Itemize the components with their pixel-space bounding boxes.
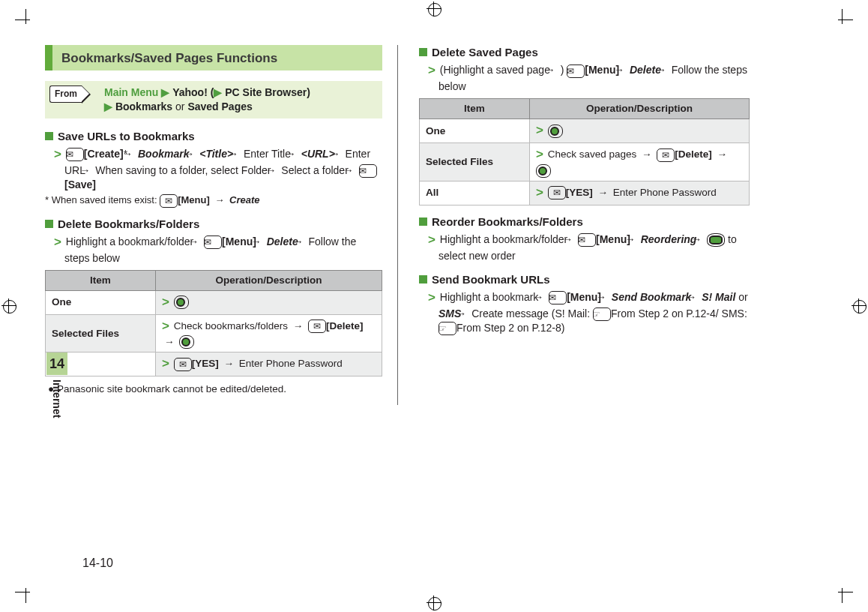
square-bullet-icon xyxy=(45,220,53,228)
crop-mark xyxy=(10,4,30,24)
right-column: Delete Saved Pages > (Highlight a saved … xyxy=(397,45,765,405)
page-number: 14-10 xyxy=(82,555,113,572)
section-delete-bookmarks: Delete Bookmarks/Folders > Highlight a b… xyxy=(45,217,382,397)
center-key-icon xyxy=(548,124,563,138)
procedure-step: > Highlight a bookmark/folder → [Menu] →… xyxy=(51,234,382,266)
mail-key-icon xyxy=(657,148,675,162)
procedure-step: > (Highlight a saved page → ) [Menu] → D… xyxy=(425,62,750,94)
section-save-urls: Save URLs to Bookmarks > [Create]* → Boo… xyxy=(45,129,382,208)
square-bullet-icon xyxy=(419,48,427,56)
mail-key-icon xyxy=(567,64,585,78)
square-bullet-icon xyxy=(45,132,53,140)
title-accent xyxy=(45,45,52,70)
mail-key-icon xyxy=(359,164,377,178)
mail-key-icon xyxy=(174,358,192,371)
section-reorder: Reorder Bookmarks/Folders > Highlight a … xyxy=(419,214,750,263)
chevron-icon: > xyxy=(428,63,435,77)
chapter-tab: 14 Internet xyxy=(46,352,67,422)
section-send-bookmark: Send Bookmark URLs > Highlight a bookmar… xyxy=(419,272,750,336)
center-key-icon xyxy=(179,335,194,349)
crop-mark xyxy=(838,588,858,608)
triangle-icon: ▶ xyxy=(104,100,112,112)
section-delete-saved: Delete Saved Pages > (Highlight a saved … xyxy=(419,45,750,206)
mail-key-icon xyxy=(160,194,178,208)
nav-key-icon xyxy=(707,233,725,247)
mail-key-icon xyxy=(548,186,566,200)
chapter-number: 14 xyxy=(46,352,67,375)
procedure-step: > [Create]* → Bookmark → <Title> → Enter… xyxy=(51,146,382,192)
crop-mark xyxy=(10,588,30,608)
table-row: Selected Files > Check bookmarks/folders… xyxy=(46,314,382,352)
table-row: Selected Files > Check saved pages → [De… xyxy=(420,143,750,181)
table-row: All > [YES] → Enter Phone Password xyxy=(420,181,750,205)
square-bullet-icon xyxy=(419,218,427,226)
mail-key-icon xyxy=(204,236,222,249)
left-column: Bookmarks/Saved Pages Functions From Mai… xyxy=(45,45,397,405)
triangle-icon: ▶ xyxy=(161,86,169,98)
center-key-icon xyxy=(536,164,551,178)
square-bullet-icon xyxy=(419,275,427,284)
procedure-step: > Highlight a bookmark → [Menu] → Send B… xyxy=(425,290,750,336)
mail-key-icon xyxy=(578,233,596,247)
from-tag: From xyxy=(49,86,82,103)
crop-mark xyxy=(838,4,858,24)
chevron-icon: > xyxy=(428,232,435,247)
navigation-path: From Main Menu ▶ Yahoo! (▶ PC Site Brows… xyxy=(45,81,382,118)
chevron-icon: > xyxy=(54,235,61,249)
registration-mark xyxy=(424,592,444,612)
chevron-icon: > xyxy=(536,123,543,137)
footnote: * When saved items exist: [Menu] → Creat… xyxy=(45,194,382,208)
chevron-icon: > xyxy=(428,290,435,304)
main-menu-label: Main Menu xyxy=(104,86,158,98)
chevron-icon: > xyxy=(162,356,169,370)
chevron-icon: > xyxy=(536,185,543,200)
operations-table: ItemOperation/Description One > Selected… xyxy=(419,98,750,205)
operations-table: ItemOperation/Description One > Selected… xyxy=(45,270,382,376)
chevron-icon: > xyxy=(162,319,169,333)
note-bullet: ● Panasonic site bookmark cannot be edit… xyxy=(45,382,382,396)
mail-key-icon xyxy=(66,148,84,161)
chevron-icon: > xyxy=(536,147,543,161)
registration-mark xyxy=(849,296,868,316)
center-key-icon xyxy=(174,296,189,309)
table-row: All > [YES] → Enter Phone Password xyxy=(46,352,382,376)
chapter-label: Internet xyxy=(50,380,64,418)
mail-key-icon xyxy=(308,320,326,333)
chevron-icon: > xyxy=(162,295,169,309)
pointer-key-icon xyxy=(438,322,456,335)
section-title-bar: Bookmarks/Saved Pages Functions xyxy=(45,45,382,70)
procedure-step: > Highlight a bookmark/folder → [Menu] →… xyxy=(425,232,750,263)
table-row: One > xyxy=(420,119,750,143)
page-title: Bookmarks/Saved Pages Functions xyxy=(52,45,286,70)
registration-mark xyxy=(424,0,444,20)
table-row: One > xyxy=(46,291,382,315)
mail-key-icon xyxy=(549,291,567,304)
triangle-icon: ▶ xyxy=(214,86,222,98)
chevron-icon: > xyxy=(54,147,61,161)
registration-mark xyxy=(0,296,19,316)
pointer-key-icon xyxy=(593,308,611,321)
